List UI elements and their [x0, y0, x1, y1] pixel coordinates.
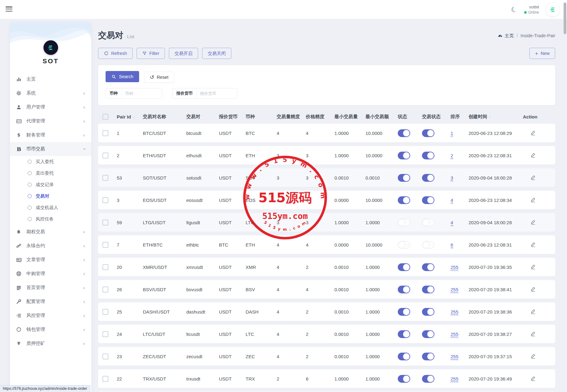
row-checkbox[interactable] [102, 130, 108, 136]
row-checkbox[interactable] [102, 242, 108, 248]
base-currency-input[interactable] [122, 88, 162, 98]
scrollbar-thumb[interactable] [564, 2, 566, 34]
avatar[interactable] [546, 3, 560, 16]
new-button[interactable]: + New [529, 48, 555, 59]
row-checkbox[interactable] [102, 220, 108, 225]
trade-status-toggle[interactable] [422, 174, 434, 182]
edit-action-button[interactable] [530, 175, 536, 181]
sidebar-subitem-1[interactable]: 卖出委托 [10, 167, 91, 179]
edit-action-button[interactable] [530, 197, 536, 203]
status-toggle[interactable] [398, 196, 410, 204]
edit-action-button[interactable] [530, 331, 536, 337]
status-toggle[interactable] [398, 174, 410, 182]
column-header-0[interactable]: Pair Id↑ [117, 114, 143, 119]
sidebar-item-chart[interactable]: 主页 [10, 72, 91, 86]
sidebar-item-news[interactable]: 文章管理‹ [10, 253, 91, 267]
filter-button[interactable]: Filter [137, 48, 165, 59]
row-checkbox[interactable] [102, 264, 108, 270]
sort-value-link[interactable]: 255 [451, 354, 458, 360]
edit-action-button[interactable] [530, 219, 536, 226]
sidebar-item-listind[interactable]: 风控管理‹ [10, 309, 91, 323]
sidebar-subitem-3[interactable]: 交易对 [10, 190, 91, 202]
status-toggle[interactable] [398, 353, 410, 360]
sidebar-item-lifering[interactable]: 申购管理‹ [10, 267, 91, 281]
sidebar-item-yen[interactable]: ¥质押挖矿‹ [10, 336, 91, 350]
edit-action-button[interactable] [530, 242, 536, 248]
edit-action-button[interactable] [530, 376, 536, 382]
trade-status-toggle[interactable] [422, 308, 434, 316]
edit-action-button[interactable] [530, 152, 536, 159]
breadcrumb-home-link[interactable]: 主页 [498, 33, 514, 39]
sort-value-link[interactable]: 255 [451, 376, 458, 383]
sidebar-item-gear[interactable]: 系统‹ [10, 86, 91, 100]
trade-close-button[interactable]: 交易关闭 [202, 48, 231, 59]
sidebar-subitem-0[interactable]: 买入委托 [10, 156, 91, 167]
row-checkbox[interactable] [102, 331, 108, 337]
trade-status-toggle[interactable] [422, 263, 434, 271]
status-toggle[interactable] [398, 286, 410, 293]
refresh-button[interactable]: Refresh [98, 48, 133, 59]
sidebar-subitem-5[interactable]: 风控任务 [10, 213, 91, 225]
row-checkbox[interactable] [102, 175, 108, 181]
select-all-checkbox[interactable] [102, 114, 108, 120]
trade-status-toggle[interactable] [422, 219, 434, 226]
dark-mode-moon-icon[interactable]: ☾ [510, 5, 519, 14]
sort-value-link[interactable]: 255 [451, 309, 458, 316]
trade-status-toggle[interactable] [422, 196, 434, 204]
status-toggle[interactable] [398, 263, 410, 271]
row-checkbox[interactable] [102, 354, 108, 359]
row-checkbox[interactable] [102, 376, 108, 382]
sort-value-link[interactable]: 4 [451, 220, 453, 226]
sort-value-link[interactable]: 2 [451, 153, 453, 159]
trade-status-toggle[interactable] [422, 375, 434, 383]
row-checkbox[interactable] [102, 287, 108, 292]
sidebar-item-chain[interactable]: 永续合约‹ [10, 239, 91, 253]
column-header-12[interactable]: 创建时间↑ [469, 114, 523, 120]
sidebar-item-wrench[interactable]: 配置管理‹ [10, 295, 91, 309]
reset-button[interactable]: ↺ Reset [144, 72, 174, 83]
trade-status-toggle[interactable] [422, 353, 434, 360]
hamburger-menu-icon[interactable] [6, 7, 12, 12]
row-checkbox[interactable] [102, 153, 108, 158]
sidebar-subitem-4[interactable]: 成交机器人 [10, 202, 91, 213]
status-toggle[interactable] [398, 330, 410, 338]
sort-value-link[interactable]: 4 [451, 198, 453, 204]
status-toggle[interactable] [398, 152, 410, 159]
edit-action-button[interactable] [530, 286, 536, 293]
status-toggle[interactable] [398, 241, 410, 249]
status-toggle[interactable] [398, 308, 410, 316]
status-toggle[interactable] [398, 129, 410, 137]
trade-status-toggle[interactable] [422, 152, 434, 159]
sort-value-link[interactable]: 255 [451, 265, 458, 271]
trade-open-button[interactable]: 交易开启 [169, 48, 198, 59]
sidebar-subitem-2[interactable]: 成交记录 [10, 179, 91, 190]
sidebar-item-circle[interactable]: 钱包管理‹ [10, 323, 91, 336]
edit-action-button[interactable] [530, 353, 536, 360]
sort-value-link[interactable]: 1 [451, 131, 453, 137]
sort-value-link[interactable]: 3 [451, 175, 453, 182]
user-info[interactable]: sotbit Online [524, 4, 539, 15]
status-toggle[interactable] [398, 375, 410, 383]
sidebar-item-lines[interactable]: 首页管理‹ [10, 281, 91, 295]
quote-currency-input[interactable] [197, 88, 237, 98]
sort-value-link[interactable]: 6 [451, 242, 453, 249]
trade-status-toggle[interactable] [422, 286, 434, 293]
cell-pair-name: DASH/USDT [143, 309, 186, 314]
edit-action-button[interactable] [530, 264, 536, 270]
sort-value-link[interactable]: 255 [451, 287, 458, 293]
row-checkbox[interactable] [102, 197, 108, 203]
edit-action-button[interactable] [530, 130, 536, 136]
sidebar-item-idcard[interactable]: 代理管理‹ [10, 114, 91, 128]
sidebar-item-user[interactable]: 用户管理‹ [10, 100, 91, 114]
trade-status-toggle[interactable] [422, 241, 434, 249]
sidebar-item-bitcoin[interactable]: ฿期权交易‹ [10, 225, 91, 239]
sidebar-item-dollar[interactable]: $财务管理‹ [10, 128, 91, 142]
search-button[interactable]: Search [106, 71, 139, 82]
trade-status-toggle[interactable] [422, 129, 434, 137]
trade-status-toggle[interactable] [422, 330, 434, 338]
sidebar-item-coinb[interactable]: B币币交易‹ [10, 142, 91, 156]
row-checkbox[interactable] [102, 309, 108, 315]
status-toggle[interactable] [398, 219, 410, 226]
sort-value-link[interactable]: 255 [451, 332, 458, 338]
edit-action-button[interactable] [530, 309, 536, 315]
